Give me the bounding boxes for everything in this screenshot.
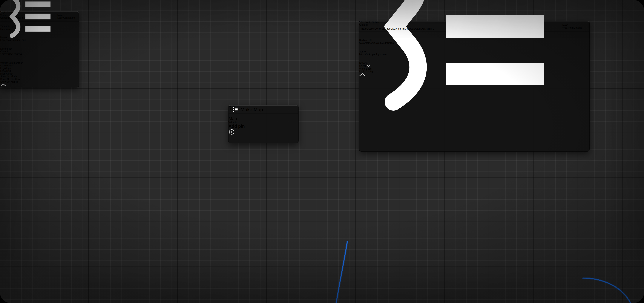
node-title: Make Web3AuthOptions xyxy=(562,24,585,29)
field-label: Logo Hover xyxy=(0,64,79,67)
field-label: Value 0 xyxy=(228,121,298,124)
field-label: Show On Mobile xyxy=(0,80,79,83)
add-pin-icon xyxy=(228,129,235,135)
node-title: Make LoginConfigItem xyxy=(57,14,75,19)
field-label: Logo Light xyxy=(0,67,79,70)
field-label: Description xyxy=(0,48,79,50)
make-struct-icon xyxy=(363,0,559,117)
node-make-web3authoptions[interactable]: Make Web3AuthOptions Web 3Auth Options C… xyxy=(359,20,590,152)
blueprint-graph-canvas[interactable]: Make LoginConfigItem Login Config Item V… xyxy=(0,0,644,303)
selection-outline: Make LoginConfigItem Login Config Item V… xyxy=(0,11,162,241)
node-make-loginconfigitem-header[interactable]: Make LoginConfigItem xyxy=(0,11,79,22)
add-pin-button[interactable]: Add pin xyxy=(228,124,298,136)
client-id-input[interactable]: 1222658941886084 xyxy=(0,53,52,62)
client-id-text: BEglQSgt4cUWcj6SKRdu5QkOXTsePmMcusG5EAoy… xyxy=(362,28,528,30)
node-make-map-header[interactable]: Make Map xyxy=(228,105,298,114)
field-label: Logo Dark xyxy=(0,70,79,72)
field-label: Client Id xyxy=(0,50,79,53)
node-make-loginconfigitem[interactable]: Make LoginConfigItem Login Config Item V… xyxy=(0,11,79,88)
name-input[interactable]: Facebook Custom Login xyxy=(0,39,66,48)
field-label: Show On Desktop xyxy=(0,78,79,80)
node-make-map[interactable]: Make Map Key 0 facebook Map Value 0 Add … xyxy=(228,105,298,144)
wire-top-to-white-label[interactable] xyxy=(333,241,365,303)
add-pin-label: Add pin xyxy=(228,124,298,129)
wire-web3authoptions-output[interactable] xyxy=(436,278,634,303)
make-struct-icon xyxy=(4,0,54,40)
map-output-label: Map xyxy=(228,116,298,121)
make-map-icon xyxy=(232,107,238,112)
field-label: Main Option xyxy=(0,72,79,75)
field-label: Show On Modal xyxy=(0,75,79,78)
client-id-input[interactable]: BEglQSgt4cUWcj6SKRdu5QkOXTsePmMcusG5EAoy… xyxy=(359,26,530,39)
collapse-node-chevron[interactable] xyxy=(0,83,6,86)
node-title: Make Map xyxy=(240,107,263,112)
field-label: Verifier Sub Identifier xyxy=(0,62,79,64)
